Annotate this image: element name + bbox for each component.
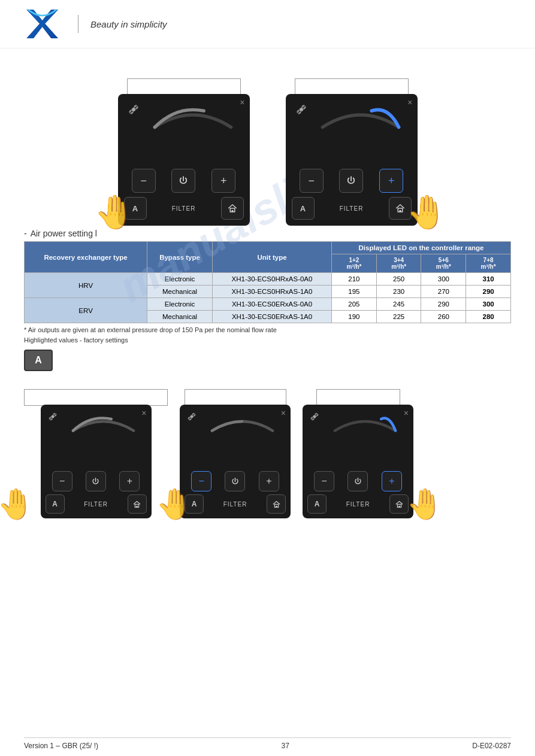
air-power-text: Air power setting l — [31, 229, 97, 238]
filter-label-bot-3: FILTER — [346, 501, 370, 508]
col-56: 5+6m³/h* — [421, 254, 466, 273]
bottom-row-bot-1: A FILTER — [46, 494, 147, 514]
col-12: 1+2m³/h* — [332, 254, 377, 273]
label-box-1 — [127, 78, 241, 95]
logo-container: Beauty in simplicity — [24, 6, 167, 42]
mode-btn-bot-3[interactable]: A — [307, 494, 327, 514]
bypass-mechanical-1: Mechanical — [147, 286, 213, 298]
minus-btn-bot-3[interactable]: − — [314, 471, 334, 491]
power-btn-bot-2[interactable] — [225, 471, 245, 491]
controller-group-1: × − — [118, 78, 250, 226]
power-btn-1[interactable] — [171, 169, 195, 193]
svg-point-2 — [132, 108, 135, 111]
arc-bar-1 — [142, 100, 244, 130]
plus-btn-1[interactable]: + — [211, 169, 235, 193]
svg-point-5 — [300, 108, 303, 111]
logo-divider — [78, 15, 78, 33]
table-note-1: * Air outputs are given at an external p… — [24, 326, 511, 333]
mode-btn-bot-2[interactable]: A — [185, 494, 204, 514]
main-content: manualslib × — [0, 48, 535, 530]
power-icon-bot-3 — [353, 477, 362, 486]
val-hrv-elec-56: 300 — [421, 273, 466, 286]
home-btn-bot-2[interactable] — [267, 494, 286, 514]
buttons-row-1: − + — [124, 169, 244, 193]
plus-btn-2[interactable]: + — [379, 169, 403, 193]
bottom-row-2: A FILTER — [292, 197, 412, 220]
arc-svg-1 — [142, 100, 244, 130]
bottom-label-2 — [185, 389, 286, 406]
bottom-label-1 — [24, 389, 168, 406]
home-icon-bot-1 — [132, 500, 141, 509]
top-controllers-row: × − — [24, 78, 511, 226]
bypass-mechanical-2: Mechanical — [147, 311, 213, 323]
bypass-electronic-1: Electronic — [147, 273, 213, 286]
arc-bar-bot-3 — [322, 409, 409, 433]
bottom-device-3: × − — [303, 405, 413, 518]
logo-icon — [24, 6, 66, 42]
power-btn-bot-3[interactable] — [347, 471, 368, 491]
power-icon-2 — [346, 175, 356, 186]
footer: Version 1 – GBR (25/ !) 37 D-E02-0287 — [24, 737, 511, 750]
home-btn-bot-1[interactable] — [128, 494, 147, 514]
footer-left: Version 1 – GBR (25/ !) — [24, 742, 98, 750]
type-erv: ERV — [25, 298, 147, 323]
minus-btn-2[interactable]: − — [300, 169, 324, 193]
arc-bar-bot-2 — [199, 409, 286, 433]
minus-btn-bot-1[interactable]: − — [52, 471, 72, 491]
bottom-row-bot-2: A FILTER — [185, 494, 286, 514]
buttons-row-bot-3: − + — [307, 471, 409, 491]
home-btn-bot-3[interactable] — [389, 494, 409, 514]
plus-btn-bot-2[interactable]: + — [259, 471, 279, 491]
dash-bullet: - — [24, 229, 27, 238]
arc-svg-2 — [310, 100, 412, 130]
mode-a-box[interactable]: A — [24, 350, 53, 371]
mode-btn-bot-1[interactable]: A — [46, 494, 65, 514]
home-btn-2[interactable] — [389, 197, 412, 220]
footer-version-suffix: !) — [94, 742, 98, 750]
minus-btn-1[interactable]: − — [132, 169, 156, 193]
unit-erv-elec: XH1-30-ECS0ERxAS-0A0 — [212, 298, 331, 311]
bottom-row-bot-3: A FILTER — [307, 494, 409, 514]
buttons-row-bot-1: − + — [46, 471, 147, 491]
svg-rect-13 — [276, 506, 277, 508]
power-icon-1 — [178, 175, 189, 186]
bottom-controller-2: × − — [180, 389, 291, 518]
bottom-label-3 — [316, 389, 400, 406]
bottom-controller-3: × − — [303, 389, 413, 518]
type-hrv: HRV — [25, 273, 147, 298]
val-hrv-elec-12: 210 — [332, 273, 377, 286]
bypass-electronic-2: Electronic — [147, 298, 213, 311]
bottom-controller-1: × − — [24, 389, 168, 518]
unit-erv-mech: XH1-30-ECS0ERxAS-1A0 — [212, 311, 331, 323]
col-recovery-type: Recovery exchanger type — [25, 242, 147, 273]
fan-icon-2 — [294, 102, 309, 117]
logo-tagline: Beauty in simplicity — [90, 19, 167, 29]
home-icon-bot-2 — [272, 500, 281, 509]
footer-page: 37 — [282, 742, 289, 750]
val-hrv-mech-12: 195 — [332, 286, 377, 298]
col-78: 7+8m³/h* — [466, 254, 511, 273]
power-btn-2[interactable] — [339, 169, 363, 193]
buttons-row-bot-2: − + — [185, 471, 286, 491]
svg-rect-4 — [231, 210, 233, 212]
arc-bar-bot-1 — [60, 409, 147, 433]
home-btn-1[interactable] — [221, 197, 244, 220]
mode-btn-1[interactable]: A — [124, 197, 147, 220]
home-icon-2 — [395, 203, 406, 214]
plus-btn-bot-3[interactable]: + — [382, 471, 402, 491]
air-power-label: - Air power setting l — [24, 229, 511, 238]
power-btn-bot-1[interactable] — [86, 471, 106, 491]
data-table: Recovery exchanger type Bypass type Unit… — [24, 241, 511, 323]
power-icon-bot-2 — [231, 477, 240, 486]
plus-btn-bot-1[interactable]: + — [119, 471, 140, 491]
mode-btn-2[interactable]: A — [292, 197, 315, 220]
val-hrv-elec-78: 310 — [466, 273, 511, 286]
filter-label-1: FILTER — [172, 205, 196, 212]
fan-icon-1 — [126, 102, 141, 117]
table-note-2: Highlighted values - factory settings — [24, 336, 511, 344]
val-erv-mech-78: 280 — [466, 311, 511, 323]
minus-btn-bot-2[interactable]: − — [191, 471, 211, 491]
power-icon-bot-1 — [91, 477, 100, 486]
buttons-row-2: − + — [292, 169, 412, 193]
bottom-device-1: × − — [41, 405, 152, 518]
